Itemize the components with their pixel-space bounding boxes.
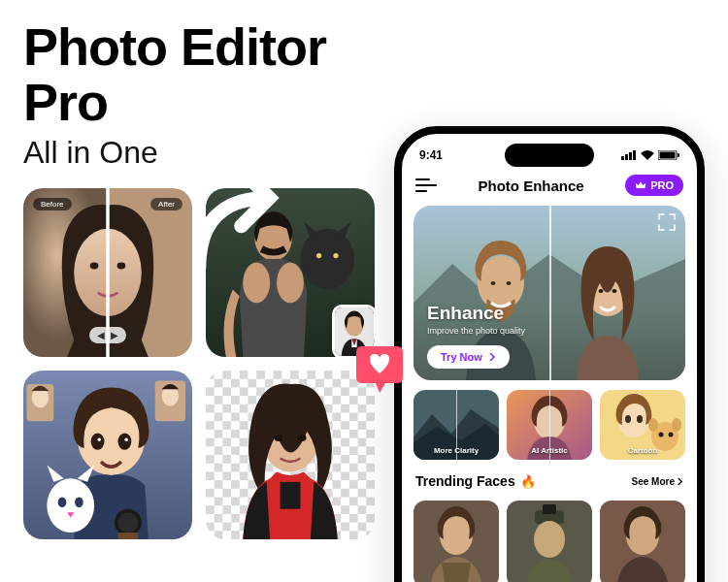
status-time: 9:41 — [419, 148, 443, 162]
before-label: Before — [33, 198, 72, 210]
svg-point-60 — [599, 289, 604, 293]
svg-point-26 — [91, 434, 105, 450]
app-title: Photo Editor Pro — [23, 19, 375, 129]
svg-point-61 — [612, 289, 617, 293]
svg-point-5 — [117, 263, 126, 270]
trending-face-item[interactable] — [600, 501, 685, 582]
svg-rect-53 — [678, 153, 679, 157]
after-label: After — [150, 198, 182, 210]
feature-card-cartoon[interactable]: Cartoon — [600, 390, 685, 460]
tile-face-swap — [206, 188, 375, 357]
tile-cartoon — [23, 371, 192, 539]
battery-icon — [658, 150, 679, 160]
svg-point-34 — [75, 498, 83, 507]
svg-point-29 — [124, 438, 127, 441]
svg-point-70 — [637, 415, 643, 423]
svg-point-58 — [507, 281, 512, 285]
svg-point-37 — [117, 513, 138, 534]
wifi-icon — [641, 150, 654, 160]
svg-point-30 — [47, 479, 94, 534]
app-subtitle: All in One — [23, 135, 375, 171]
svg-rect-80 — [543, 504, 556, 514]
try-now-button[interactable]: Try Now — [427, 345, 510, 369]
signal-icon — [621, 150, 637, 160]
fire-icon: 🔥 — [520, 474, 536, 489]
svg-point-72 — [659, 433, 664, 437]
phone-notch — [505, 144, 594, 167]
svg-rect-48 — [625, 154, 628, 160]
tile-before-after: Before After ◀▶ — [23, 188, 192, 357]
svg-point-69 — [625, 415, 631, 423]
svg-rect-47 — [621, 156, 624, 160]
feature-card-clarity[interactable]: More Clarity — [414, 390, 499, 460]
svg-point-28 — [98, 438, 101, 441]
heart-icon — [352, 340, 409, 397]
trending-face-item[interactable] — [507, 501, 592, 582]
compare-slider-icon: ◀▶ — [89, 327, 126, 343]
card-label: AI Artistic — [507, 446, 592, 455]
svg-point-57 — [491, 281, 496, 285]
svg-rect-52 — [660, 152, 676, 159]
curved-arrow-icon — [206, 188, 340, 310]
trending-title: Trending Faces 🔥 — [415, 473, 536, 489]
svg-point-75 — [672, 418, 681, 432]
tile-bg-remove — [206, 371, 375, 539]
svg-point-4 — [90, 263, 99, 270]
appbar-title: Photo Enhance — [478, 178, 583, 194]
svg-rect-50 — [633, 150, 636, 160]
card-label: More Clarity — [414, 446, 499, 455]
svg-point-81 — [534, 521, 565, 558]
hero-title: Enhance — [427, 303, 672, 324]
svg-rect-46 — [281, 482, 301, 509]
feature-card-artistic[interactable]: AI Artistic — [507, 390, 592, 460]
svg-point-45 — [298, 435, 307, 441]
phone-mockup: 9:41 Photo Enhance PRO — [394, 126, 705, 582]
hero-subtitle: Improve the photo quality — [427, 326, 544, 338]
pro-button[interactable]: PRO — [625, 175, 683, 196]
svg-point-74 — [648, 418, 658, 432]
svg-point-73 — [669, 433, 674, 437]
chevron-right-icon — [488, 353, 496, 361]
chevron-right-icon — [677, 478, 683, 485]
card-label: Cartoon — [600, 446, 685, 455]
svg-rect-49 — [629, 152, 632, 160]
svg-point-33 — [58, 498, 67, 507]
svg-point-27 — [117, 434, 131, 450]
crown-icon — [635, 179, 646, 191]
hamburger-icon[interactable] — [415, 175, 437, 196]
svg-point-44 — [274, 435, 282, 441]
hero-enhance[interactable]: Enhance Improve the photo quality Try No… — [414, 206, 685, 380]
see-more-button[interactable]: See More — [632, 476, 683, 487]
expand-arrows-icon — [658, 213, 676, 231]
trending-face-item[interactable] — [414, 501, 499, 582]
svg-rect-38 — [117, 533, 138, 539]
